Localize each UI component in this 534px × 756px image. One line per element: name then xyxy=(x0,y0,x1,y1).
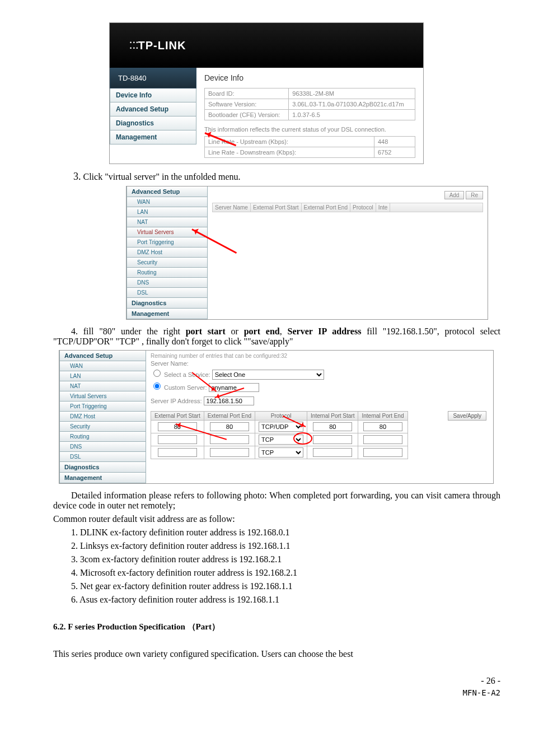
tplink-device-info-screenshot: • • •• • • TP-LINK TD-8840 Device Info A… xyxy=(109,22,424,164)
server-ip-label: Server IP Address: xyxy=(151,398,202,404)
step3-num: 3. xyxy=(73,171,81,182)
remove-button[interactable]: Re xyxy=(466,191,483,199)
table-row: TCP/UDP xyxy=(151,421,408,433)
router-item: 4. Microsoft ex-factory definition route… xyxy=(71,568,500,578)
nav-port-triggering[interactable]: Port Triggering xyxy=(127,237,208,248)
nav-dns[interactable]: DNS xyxy=(127,278,208,288)
protocol-select[interactable]: TCP xyxy=(259,447,303,458)
nav-nat[interactable]: NAT xyxy=(127,217,208,227)
th-server-name: Server Name xyxy=(213,203,251,212)
router-item: 1. DLINK ex-factory definition router ad… xyxy=(71,528,500,538)
red-circle-icon xyxy=(293,432,312,445)
info-note: This information reflects the current st… xyxy=(204,126,415,133)
tplink-logo: TP-LINK xyxy=(138,39,186,52)
nav-device-info[interactable]: Device Info xyxy=(110,88,196,102)
nav-lan[interactable]: LAN xyxy=(59,371,146,381)
nav-dsl[interactable]: DSL xyxy=(127,288,208,298)
step4-text: 4. fill "80" under the right port start … xyxy=(53,326,500,347)
nav-security[interactable]: Security xyxy=(59,422,146,432)
cell-value: 96338L-2M-8M xyxy=(289,88,415,99)
cell-label: Board ID: xyxy=(205,88,289,99)
nav-advanced-setup[interactable]: Advanced Setup xyxy=(59,351,146,361)
nav-diagnostics[interactable]: Diagnostics xyxy=(110,116,196,130)
step3-text: 3. Click "virtual server" in the unfolde… xyxy=(53,171,500,183)
ext-end-input[interactable] xyxy=(210,422,249,431)
th-ext-port-end: External Port End xyxy=(302,203,350,212)
router-item: 6. Asus ex-factory definition router add… xyxy=(71,595,500,605)
port-config-screenshot: Advanced Setup WAN LAN NAT Virtual Serve… xyxy=(59,350,494,484)
th-int-start: Internal Port Start xyxy=(307,412,358,421)
table-row: TCP xyxy=(151,433,408,446)
nav-management[interactable]: Management xyxy=(127,309,208,319)
text-fragment: 4. fill "80" under the right xyxy=(71,326,186,336)
nav-wan[interactable]: WAN xyxy=(59,361,146,371)
common-router-heading: Common router default visit address are … xyxy=(53,514,500,524)
nav-routing[interactable]: Routing xyxy=(127,268,208,278)
nav-dmz-host[interactable]: DMZ Host xyxy=(127,248,208,258)
ext-end-input[interactable] xyxy=(210,448,249,457)
int-end-input[interactable] xyxy=(363,422,402,431)
th-protocol: Protocol xyxy=(255,412,307,421)
table-row: TCP xyxy=(151,446,408,459)
step3-label: Click "virtual server" in the unfolded m… xyxy=(83,172,241,181)
nav-dns[interactable]: DNS xyxy=(59,442,146,452)
text-fragment: or xyxy=(226,326,244,336)
tplink-dots-icon: • • •• • • xyxy=(130,40,138,51)
page-number: - 26 - xyxy=(53,676,500,686)
int-start-input[interactable] xyxy=(313,422,352,431)
save-apply-button[interactable]: Save/Apply xyxy=(448,411,486,421)
router-item: 2. Linksys ex-factory definition router … xyxy=(71,541,500,551)
router-item: 5. Net gear ex-factory definition router… xyxy=(71,581,500,591)
page-title: Device Info xyxy=(204,73,415,82)
int-start-input[interactable] xyxy=(313,435,352,444)
section-6-2-title: 6.2. F series Production Specification （… xyxy=(53,622,500,632)
nav-advanced-setup[interactable]: Advanced Setup xyxy=(127,186,208,197)
nav-virtual-servers[interactable]: Virtual Servers xyxy=(59,391,146,402)
server-ip-input[interactable] xyxy=(204,396,254,405)
port-table: External Port Start External Port End Pr… xyxy=(151,411,408,459)
ss3-sidebar: Advanced Setup WAN LAN NAT Virtual Serve… xyxy=(59,351,146,483)
virtual-server-menu-screenshot: Advanced Setup WAN LAN NAT Virtual Serve… xyxy=(126,186,488,320)
ext-start-input[interactable] xyxy=(158,435,197,444)
device-info-table: Board ID:96338L-2M-8M Software Version:3… xyxy=(204,88,415,120)
int-start-input[interactable] xyxy=(313,448,352,457)
bold-server-ip: Server IP address xyxy=(288,326,362,336)
th-ext-end: External Port End xyxy=(204,412,255,421)
nav-lan[interactable]: LAN xyxy=(127,207,208,217)
add-button[interactable]: Add xyxy=(444,191,465,199)
nav-wan[interactable]: WAN xyxy=(127,197,208,207)
cell-label: Line Rate - Downstream (Kbps): xyxy=(205,147,374,158)
nav-routing[interactable]: Routing xyxy=(59,432,146,442)
ext-start-input[interactable] xyxy=(158,448,197,457)
th-inte: Inte xyxy=(376,203,391,212)
cell-value: 3.06L.03-T1.0a-071030.A2pB021c.d17m xyxy=(289,99,415,110)
cell-value: 6752 xyxy=(374,147,415,158)
cell-value: 448 xyxy=(374,137,415,147)
select-service-radio[interactable] xyxy=(153,370,161,377)
bold-port-end: port end xyxy=(244,326,280,336)
th-protocol: Protocol xyxy=(350,203,376,212)
line-rate-table: Line Rate - Upstream (Kbps):448 Line Rat… xyxy=(204,136,415,158)
nav-nat[interactable]: NAT xyxy=(59,381,146,391)
table-header-row: Server Name External Port Start External… xyxy=(212,203,483,212)
select-service-label: Select a Service: xyxy=(164,371,210,378)
nav-security[interactable]: Security xyxy=(127,258,208,268)
custom-server-radio[interactable] xyxy=(153,382,161,390)
nav-management[interactable]: Management xyxy=(59,473,146,483)
nav-diagnostics[interactable]: Diagnostics xyxy=(127,298,208,309)
doc-code: MFN-E-A2 xyxy=(53,688,500,697)
int-end-input[interactable] xyxy=(363,448,402,457)
nav-dsl[interactable]: DSL xyxy=(59,452,146,462)
nav-advanced-setup[interactable]: Advanced Setup xyxy=(110,102,196,116)
nav-dmz-host[interactable]: DMZ Host xyxy=(59,412,146,422)
nav-port-triggering[interactable]: Port Triggering xyxy=(59,402,146,412)
model-label: TD-8840 xyxy=(110,68,196,88)
cell-label: Bootloader (CFE) Version: xyxy=(205,110,289,120)
cell-label: Line Rate - Upstream (Kbps): xyxy=(205,137,374,147)
nav-diagnostics[interactable]: Diagnostics xyxy=(59,462,146,473)
service-select[interactable]: Select One xyxy=(212,370,324,380)
nav-management[interactable]: Management xyxy=(110,130,196,144)
int-end-input[interactable] xyxy=(363,435,402,444)
ss2-sidebar: Advanced Setup WAN LAN NAT Virtual Serve… xyxy=(127,186,208,319)
custom-server-label: Custom Server: xyxy=(164,384,207,391)
